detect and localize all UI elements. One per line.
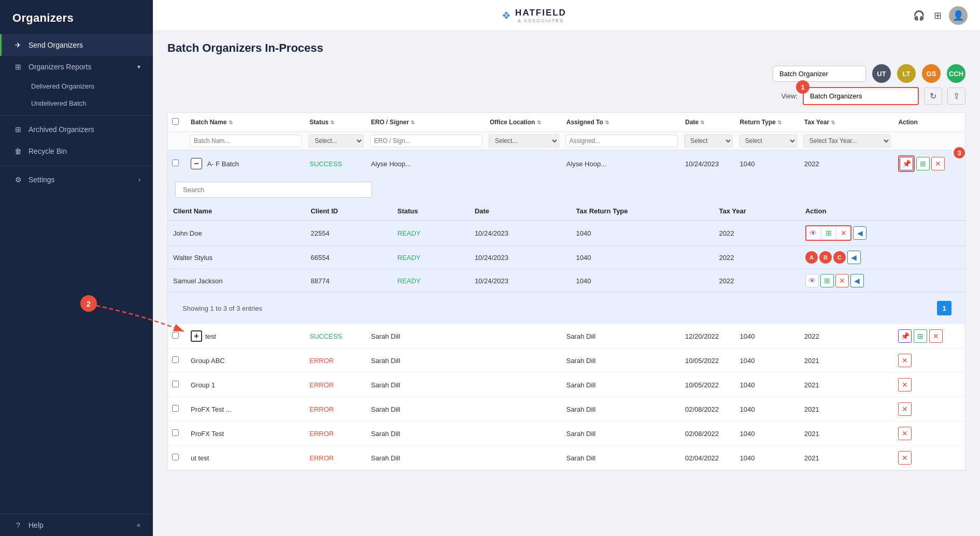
ero-2: Sarah Dill <box>367 324 486 349</box>
expand-button-2[interactable]: + <box>191 330 202 342</box>
sub-row-john-doe: John Doe 22554 READY 10/24/2023 1040 202… <box>168 221 965 246</box>
filter-status[interactable]: Select... <box>308 134 363 148</box>
view-select-border: Batch Organizers Individual Organizers <box>803 87 919 105</box>
tax-year-2: 2022 <box>800 324 894 349</box>
sub-client-name-2: Walter Stylus <box>168 246 305 269</box>
filter-tax-year[interactable]: Select Tax Year... <box>803 134 891 148</box>
page-1-button[interactable]: 1 <box>937 301 951 315</box>
sub-date-3: 10/24/2023 <box>470 269 571 293</box>
sidebar-sub-reports: Delivered Organizers Undelivered Batch <box>0 78 153 112</box>
refresh-button[interactable]: ↻ <box>924 88 942 105</box>
row5-checkbox[interactable] <box>172 405 179 412</box>
filter-office[interactable]: Select... <box>489 134 559 148</box>
assigned-3: Sarah Dill <box>562 349 681 373</box>
grid-button[interactable]: ⊞ <box>932 8 944 23</box>
filter-ero[interactable] <box>370 135 482 147</box>
sub-search-input[interactable] <box>175 182 372 198</box>
row4-checkbox[interactable] <box>172 381 179 387</box>
sub-table-row-1: Client Name Client ID Status Date Tax Re… <box>168 178 965 324</box>
batch-name-3: Group ABC <box>187 349 305 373</box>
sub-delete-btn-3[interactable]: ✕ <box>835 274 849 287</box>
view-label: View: <box>781 92 798 100</box>
sidebar-item-settings[interactable]: ⚙ Settings › <box>0 169 153 191</box>
delete-btn-3[interactable]: ✕ <box>898 354 912 367</box>
batch-organizer-select[interactable]: Batch Organizer <box>773 66 866 82</box>
export-btn-1[interactable]: ⊞ <box>916 157 930 170</box>
avatar-lt[interactable]: LT <box>897 64 916 83</box>
sidebar-help-label: Help <box>29 521 44 529</box>
delete-btn-5[interactable]: ✕ <box>898 402 912 416</box>
col-tax-year: Tax Year ⇅ <box>800 113 894 132</box>
col-date: Date ⇅ <box>681 113 736 132</box>
sidebar: Organizers ✈ Send Organizers ⊞ Organizer… <box>0 0 153 536</box>
batch-row-5: ProFX Test ... ERROR Sarah Dill Sarah Di… <box>168 397 965 422</box>
select-all-checkbox[interactable] <box>172 118 179 125</box>
batch-name-4: Group 1 <box>187 373 305 397</box>
annotation-badge-c: C <box>833 251 846 264</box>
filter-batch-name[interactable] <box>190 135 302 147</box>
logo-text: HATFIELD <box>515 8 566 18</box>
col-ero-signer: ERO / Signer ⇅ <box>367 113 486 132</box>
sub-col-action: Action <box>800 202 965 221</box>
action-btn-wrap-1: 📌 <box>898 155 915 172</box>
sidebar-item-recycle-bin[interactable]: 🗑 Recycle Bin <box>0 140 153 162</box>
return-type-3: 1040 <box>736 349 800 373</box>
user-avatar[interactable]: 👤 <box>949 6 968 25</box>
pin-button-1[interactable]: 📌 <box>900 157 913 170</box>
sub-notify-btn-2[interactable]: ◀ <box>847 251 861 264</box>
delete-btn-2[interactable]: ✕ <box>929 329 943 343</box>
date-2: 12/20/2022 <box>681 324 736 349</box>
sub-notify-btn-1[interactable]: ◀ <box>853 226 867 240</box>
sub-col-tax-return-type: Tax Return Type <box>571 202 714 221</box>
sidebar-item-archived[interactable]: ⊞ Archived Organizers <box>0 119 153 140</box>
sidebar-item-send-organizers[interactable]: ✈ Send Organizers <box>0 34 153 56</box>
ero-7: Sarah Dill <box>367 446 486 470</box>
filter-date[interactable]: Select <box>684 134 733 148</box>
topbar-actions: 🎧 ⊞ 👤 <box>911 6 968 25</box>
sub-export-btn-3[interactable]: ⊞ <box>820 274 834 287</box>
grid-icon: ⊞ <box>14 63 22 71</box>
main-content: ❖ HATFIELD & ASSOCIATES 🎧 ⊞ 👤 Batch Orga… <box>153 0 980 536</box>
export-button[interactable]: ⇪ <box>947 88 965 105</box>
delete-btn-7[interactable]: ✕ <box>898 451 912 465</box>
avatar-ut[interactable]: UT <box>872 64 891 83</box>
filter-assigned[interactable] <box>565 135 678 147</box>
collapse-button-1[interactable]: − <box>191 158 202 169</box>
sub-view-btn-3[interactable]: 👁 <box>805 274 819 287</box>
pin-button-2[interactable]: 📌 <box>898 329 912 343</box>
sub-notify-btn-3[interactable]: ◀ <box>850 274 864 287</box>
avatar-cch[interactable]: CCH <box>947 64 965 83</box>
sub-delete-btn-1[interactable]: ✕ <box>837 226 850 240</box>
sidebar-item-help[interactable]: ? Help « <box>0 514 153 536</box>
logo-subtext: & ASSOCIATES <box>515 18 566 23</box>
delete-btn-6[interactable]: ✕ <box>898 427 912 440</box>
sidebar-item-delivered[interactable]: Delivered Organizers <box>25 78 153 95</box>
batch-name-1: A- F Batch <box>207 160 239 168</box>
row6-checkbox[interactable] <box>172 429 179 436</box>
col-status: Status ⇅ <box>305 113 366 132</box>
status-2: SUCCESS <box>309 332 342 340</box>
sub-table: Client Name Client ID Status Date Tax Re… <box>168 202 965 293</box>
chevron-down-icon: ▾ <box>137 63 140 70</box>
row1-checkbox[interactable] <box>172 160 179 166</box>
sub-action-wrap-1: 👁 ⊞ ✕ <box>805 225 851 241</box>
row2-checkbox[interactable] <box>172 332 179 339</box>
sub-col-client-name: Client Name <box>168 202 305 221</box>
row3-checkbox[interactable] <box>172 356 179 363</box>
sub-view-btn-1[interactable]: 👁 <box>806 226 820 240</box>
view-select-wrapper: 1 Batch Organizers Individual Organizers <box>803 87 919 105</box>
delete-btn-1[interactable]: ✕ <box>931 157 945 170</box>
filter-return-type[interactable]: Select <box>739 134 797 148</box>
delete-btn-4[interactable]: ✕ <box>898 378 912 392</box>
send-icon: ✈ <box>14 41 22 49</box>
sidebar-item-undelivered[interactable]: Undelivered Batch <box>25 95 153 112</box>
export-btn-2[interactable]: ⊞ <box>914 329 927 343</box>
return-type-2: 1040 <box>736 324 800 349</box>
sidebar-item-organizer-reports[interactable]: ⊞ Organizers Reports ▾ <box>0 56 153 78</box>
view-select[interactable]: Batch Organizers Individual Organizers <box>804 88 918 104</box>
avatar-gs[interactable]: GS <box>922 64 941 83</box>
row7-checkbox[interactable] <box>172 454 179 460</box>
sub-export-btn-1[interactable]: ⊞ <box>822 226 835 240</box>
headset-button[interactable]: 🎧 <box>911 8 927 23</box>
ero-5: Sarah Dill <box>367 397 486 422</box>
